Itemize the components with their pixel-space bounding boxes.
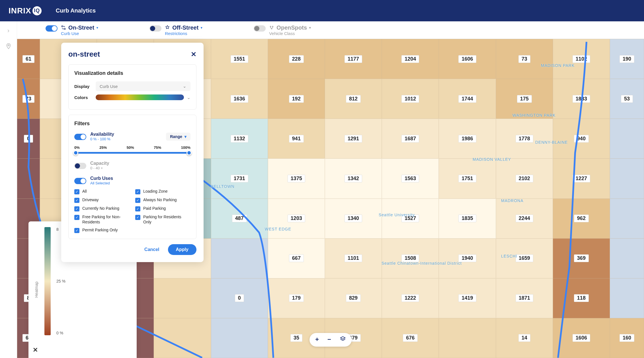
checkbox[interactable]: ✓ [135, 206, 140, 211]
checkbox-item[interactable]: ✓Permit Parking Only [74, 227, 130, 233]
checkbox[interactable]: ✓ [74, 215, 79, 220]
checkbox[interactable]: ✓ [135, 215, 140, 220]
checkbox[interactable]: ✓ [74, 198, 79, 203]
grid-cell[interactable]: 1835 [439, 199, 496, 238]
grid-cell[interactable]: 1551 [211, 39, 268, 79]
grid-cell[interactable]: 73 [496, 39, 553, 79]
checkbox[interactable]: ✓ [74, 228, 79, 233]
grid-cell[interactable] [610, 238, 644, 278]
grid-cell[interactable]: 1101 [325, 238, 382, 278]
slider-handle-min[interactable] [73, 150, 78, 155]
toggle-off-street[interactable] [149, 25, 161, 32]
apply-button[interactable]: Apply [168, 244, 196, 255]
grid-cell[interactable] [610, 278, 644, 318]
checkbox-item[interactable]: ✓Parking for Residents Only [135, 214, 190, 225]
checkbox[interactable]: ✓ [135, 189, 140, 194]
grid-cell[interactable]: 14 [496, 318, 553, 358]
pin-icon[interactable] [5, 43, 12, 51]
grid-cell[interactable]: 1227 [553, 159, 610, 198]
grid-cell[interactable]: 190 [610, 39, 644, 79]
grid-cell[interactable]: 941 [268, 119, 325, 159]
grid-cell[interactable]: 1419 [439, 278, 496, 318]
grid-cell[interactable] [154, 278, 211, 318]
grid-cell[interactable]: 160 [610, 318, 644, 358]
grid-cell[interactable]: 369 [553, 238, 610, 278]
close-icon[interactable]: ✕ [191, 50, 196, 58]
tab-off-street[interactable]: Off-Street▾ Restrictions [149, 24, 202, 36]
grid-cell[interactable]: 676 [382, 318, 439, 358]
grid-cell[interactable]: 1291 [325, 119, 382, 159]
close-icon[interactable]: ✕ [33, 346, 38, 354]
grid-cell[interactable]: 1508 [382, 238, 439, 278]
grid-cell[interactable]: 1986 [439, 119, 496, 159]
grid-cell[interactable]: 667 [268, 238, 325, 278]
grid-cell[interactable]: 228 [268, 39, 325, 79]
zoom-in-button[interactable]: + [315, 336, 319, 344]
grid-cell[interactable]: 1177 [325, 39, 382, 79]
grid-cell[interactable]: 1203 [268, 199, 325, 238]
grid-cell[interactable] [211, 238, 268, 278]
layers-button[interactable] [340, 336, 346, 344]
color-gradient[interactable] [96, 94, 184, 100]
grid-cell[interactable] [610, 159, 644, 198]
grid-cell[interactable]: 1751 [439, 159, 496, 198]
grid-cell[interactable]: 1606 [439, 39, 496, 79]
grid-cell[interactable] [610, 119, 644, 159]
grid-cell[interactable]: 61 [17, 39, 40, 79]
grid-cell[interactable]: 940 [553, 119, 610, 159]
grid-cell[interactable]: 829 [325, 278, 382, 318]
grid-cell[interactable]: 73 [17, 79, 40, 119]
zoom-out-button[interactable]: − [327, 336, 331, 344]
grid-cell[interactable]: 1606 [553, 318, 610, 358]
grid-cell[interactable]: 812 [325, 79, 382, 119]
toggle-availability[interactable] [74, 134, 86, 140]
grid-cell[interactable]: 487 [211, 199, 268, 238]
availability-slider[interactable]: 0%25%50%75%100% [74, 145, 190, 154]
grid-cell[interactable]: 1102 [553, 39, 610, 79]
checkbox-item[interactable]: ✓Driveway [74, 197, 130, 203]
grid-cell[interactable]: 1687 [382, 119, 439, 159]
tab-openspots[interactable]: OpenSpots▾ Vehicle Class [254, 24, 311, 36]
checkbox-item[interactable]: ✓Paid Parking [135, 206, 190, 211]
grid-cell[interactable]: 1222 [382, 278, 439, 318]
grid-cell[interactable]: 1636 [211, 79, 268, 119]
tab-on-street[interactable]: On-Street▾ Curb Use [46, 24, 98, 36]
checkbox[interactable]: ✓ [74, 206, 79, 211]
grid-cell[interactable]: 179 [268, 278, 325, 318]
range-select[interactable]: Range▾ [166, 133, 190, 141]
grid-cell[interactable]: 53 [610, 79, 644, 119]
checkbox[interactable]: ✓ [135, 198, 140, 203]
grid-cell[interactable]: 1940 [439, 238, 496, 278]
toggle-on-street[interactable] [46, 25, 58, 32]
grid-cell[interactable]: 1342 [325, 159, 382, 198]
grid-cell[interactable]: 0 [17, 119, 40, 159]
grid-cell[interactable]: 1012 [382, 79, 439, 119]
grid-cell[interactable]: 1833 [553, 79, 610, 119]
grid-cell[interactable]: 1527 [382, 199, 439, 238]
chevron-right-icon[interactable]: › [7, 27, 9, 34]
grid-cell[interactable] [439, 318, 496, 358]
checkbox-item[interactable]: ✓Always No Parking [135, 197, 190, 203]
cancel-button[interactable]: Cancel [141, 244, 162, 255]
display-select[interactable]: Curb Use⌄ [96, 81, 190, 91]
grid-cell[interactable]: 1204 [382, 39, 439, 79]
grid-cell[interactable]: 962 [553, 199, 610, 238]
grid-cell[interactable]: 2244 [496, 199, 553, 238]
grid-cell[interactable]: 1744 [439, 79, 496, 119]
grid-cell[interactable]: 0 [211, 278, 268, 318]
checkbox-item[interactable]: ✓Loading Zone [135, 189, 190, 194]
toggle-openspots[interactable] [254, 25, 266, 32]
grid-cell[interactable]: 118 [553, 278, 610, 318]
grid-cell[interactable] [154, 318, 211, 358]
grid-cell[interactable]: 2102 [496, 159, 553, 198]
grid-cell[interactable]: 192 [268, 79, 325, 119]
grid-cell[interactable]: 1563 [382, 159, 439, 198]
grid-cell[interactable]: 1132 [211, 119, 268, 159]
grid-cell[interactable] [211, 318, 268, 358]
grid-cell[interactable] [17, 159, 40, 198]
grid-cell[interactable]: 1778 [496, 119, 553, 159]
checkbox-item[interactable]: ✓Currently No Parking [74, 206, 130, 211]
chevron-down-icon[interactable]: ⌄ [187, 95, 190, 100]
toggle-curb-uses[interactable] [74, 178, 86, 184]
grid-cell[interactable]: 1731 [211, 159, 268, 198]
